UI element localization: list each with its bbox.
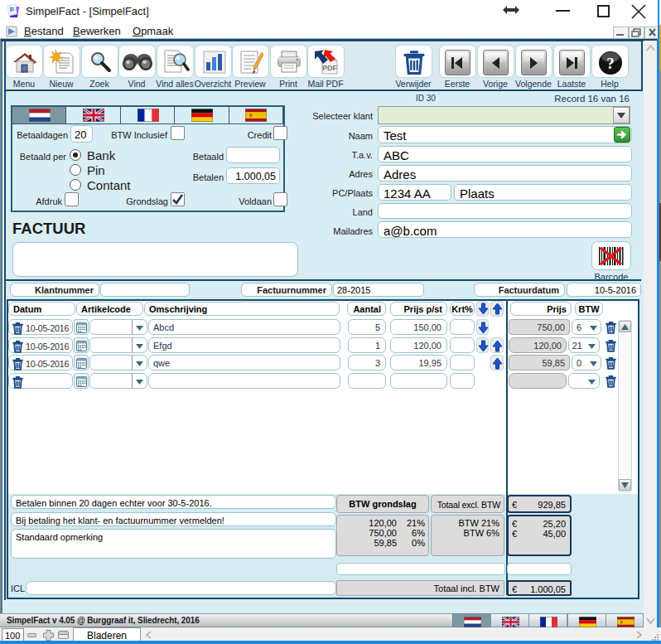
- svg-text:PDF: PDF: [322, 64, 338, 72]
- svg-text:?: ?: [606, 55, 615, 72]
